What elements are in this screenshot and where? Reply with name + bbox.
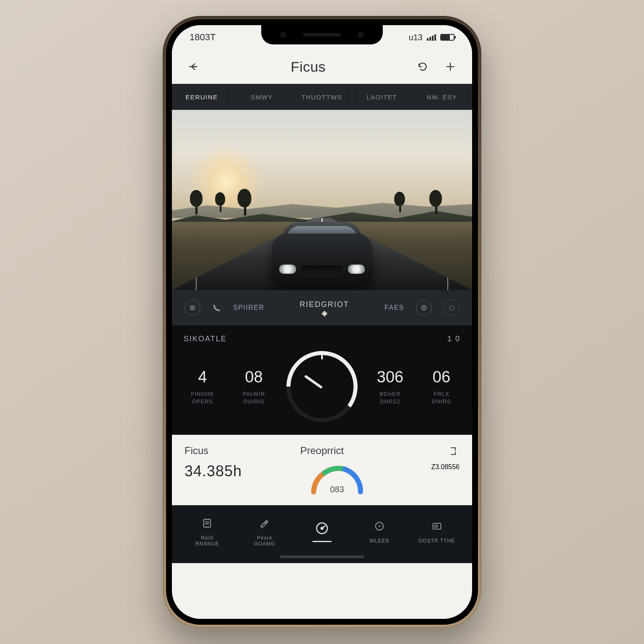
- summary-right-value: Z3.08556: [431, 463, 460, 471]
- nav-5-label: OOSTR TTHE: [418, 538, 455, 544]
- summary-gauge-label: 083: [308, 485, 366, 494]
- phone-bezel: 1803T u13 Ficus: [166, 19, 478, 625]
- stat-4-label-a: FRLX: [434, 391, 449, 397]
- nav-4-label: WLEES: [369, 538, 389, 544]
- sensor-dot: [358, 32, 364, 38]
- status-network-label: u13: [409, 33, 423, 42]
- notes-icon: [199, 515, 216, 532]
- status-time: 1803T: [190, 32, 216, 43]
- list-button[interactable]: [184, 300, 200, 316]
- svg-rect-8: [433, 523, 441, 529]
- tab-smwy[interactable]: SMWY: [232, 84, 292, 110]
- stat-3: 306 BDAERDNRS2: [371, 368, 409, 405]
- app-header: Ficus: [172, 49, 472, 84]
- stat-1: 4 FINGHEOPERS: [184, 368, 221, 405]
- stat-3-label-a: BDAER: [380, 391, 401, 397]
- record-button[interactable]: [444, 300, 460, 316]
- summary-expand-button[interactable]: [447, 445, 460, 457]
- list-icon: [189, 304, 196, 312]
- tab-nwesy[interactable]: NW. ESY: [412, 84, 472, 110]
- speed-dial: [286, 351, 358, 422]
- stat-1-label-a: FINGHE: [191, 391, 214, 397]
- plus-icon: [445, 61, 456, 72]
- media-center[interactable]: RIEDGRIOT: [300, 300, 349, 316]
- summary-left-title: Ficus: [184, 445, 273, 457]
- refresh-icon: [417, 61, 428, 72]
- summary-mid-title: Preoprrict: [300, 445, 344, 457]
- expand-icon: [448, 446, 458, 456]
- circle-icon: [449, 305, 454, 311]
- tab-eeruine[interactable]: EERUINE: [172, 84, 232, 110]
- earpiece: [303, 33, 341, 36]
- svg-point-7: [379, 525, 380, 527]
- back-button[interactable]: [184, 57, 203, 76]
- stat-2-label-a: PALWIR: [243, 391, 265, 397]
- nav-1-label-b: RNSNUE: [195, 541, 219, 547]
- phone-icon: [212, 303, 221, 312]
- summary-card: Ficus 34.385h Preoprrict 083: [172, 435, 472, 505]
- tab-thuottws[interactable]: THUOTTWS: [292, 84, 352, 110]
- summary-gauge: 083: [308, 462, 366, 495]
- stat-4-value: 06: [433, 368, 450, 386]
- stat-1-value: 4: [198, 368, 207, 386]
- category-tabs: EERUINE SMWY THUOTTWS LAOITET NW. ESY: [172, 84, 472, 110]
- stat-4: 06 FRLXDNIRS: [423, 368, 460, 405]
- nav-active-underline: [312, 541, 332, 542]
- stat-2-value: 08: [245, 368, 262, 386]
- dot-circle-icon: [371, 518, 388, 535]
- page-title: Ficus: [291, 59, 326, 75]
- screen: 1803T u13 Ficus: [172, 25, 472, 619]
- nav-item-2[interactable]: PesreGOAMG: [244, 515, 286, 547]
- stat-2-label-b: DUIRIS: [243, 398, 264, 405]
- stat-3-label-b: DNRS2: [380, 398, 400, 405]
- card-icon: [428, 518, 445, 535]
- nav-item-1[interactable]: RoiSRNSNUE: [186, 515, 228, 547]
- svg-rect-9: [435, 525, 437, 527]
- battery-icon: [440, 34, 454, 41]
- media-center-label: RIEDGRIOT: [300, 300, 349, 309]
- target-icon: [420, 304, 428, 312]
- nav-2-label-a: Pesre: [257, 535, 272, 541]
- nav-2-label-b: GOAMG: [254, 541, 275, 547]
- nav-item-5[interactable]: OOSTR TTHE: [416, 518, 458, 544]
- front-camera: [280, 32, 286, 38]
- signal-icon: [427, 34, 436, 41]
- dash-top-right: 1 0: [447, 335, 460, 343]
- media-right-label: FAES: [384, 304, 404, 312]
- prev-button[interactable]: [212, 303, 221, 312]
- refresh-button[interactable]: [413, 57, 432, 76]
- hero-image: [172, 110, 472, 290]
- phone-frame: 1803T u13 Ficus: [163, 16, 481, 628]
- svg-rect-3: [204, 519, 210, 527]
- summary-left-value: 34.385h: [184, 462, 273, 480]
- svg-point-1: [423, 307, 425, 309]
- media-control-row: SPIIRER RIEDGRIOT FAES: [172, 290, 472, 325]
- nav-1-label-a: RoiS: [201, 535, 213, 541]
- add-button[interactable]: [441, 57, 460, 76]
- stat-2: 08 PALWIRDUIRIS: [235, 368, 273, 405]
- target-button[interactable]: [416, 300, 432, 316]
- media-left-label: SPIIRER: [233, 304, 265, 312]
- stat-3-value: 306: [377, 368, 403, 386]
- notch: [261, 25, 383, 44]
- diamond-icon: [322, 310, 327, 316]
- hammer-icon: [256, 515, 273, 532]
- stat-1-label-b: OPERS: [192, 398, 213, 405]
- dash-top-left: SIKOATLE: [184, 335, 227, 343]
- tab-laoitet[interactable]: LAOITET: [352, 84, 412, 110]
- gauge-icon: [314, 520, 330, 537]
- nav-item-4[interactable]: WLEES: [358, 518, 400, 544]
- stat-4-label-b: DNIRS: [432, 398, 451, 405]
- nav-item-3[interactable]: [301, 520, 343, 542]
- svg-point-2: [449, 306, 454, 310]
- bottom-nav: RoiSRNSNUE PesreGOAMG WLEES OOSTR TTHE: [172, 505, 472, 563]
- arrow-left-icon: [188, 61, 200, 73]
- dashboard-panel: SIKOATLE 1 0 4 FINGHEOPERS 08 PALWIRDUIR…: [172, 325, 472, 435]
- car-illustration: [272, 222, 372, 285]
